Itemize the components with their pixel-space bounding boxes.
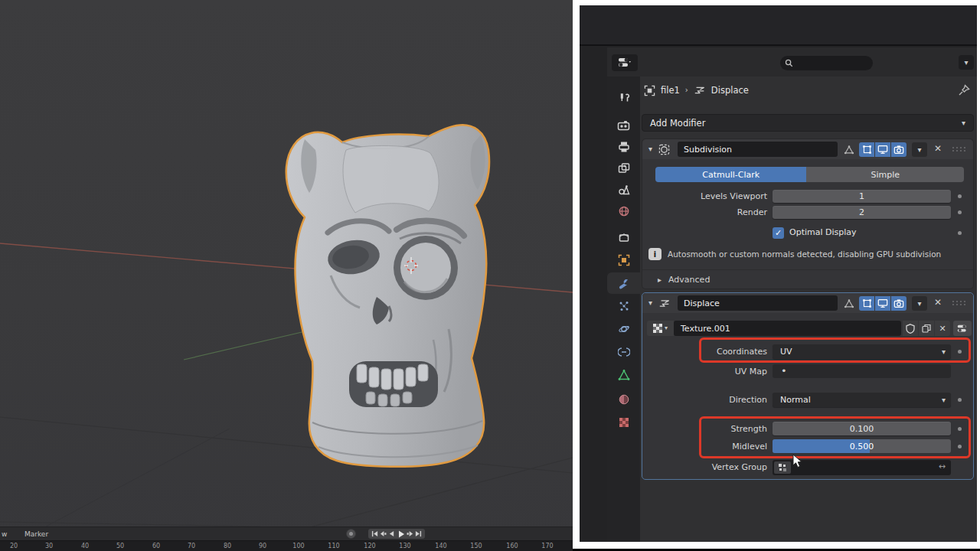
- tab-view-layer[interactable]: [607, 158, 640, 179]
- tab-world[interactable]: [607, 201, 640, 222]
- next-keyframe-button[interactable]: [407, 530, 413, 537]
- jump-to-start-button[interactable]: [371, 530, 378, 537]
- displace-modifier-icon: [658, 298, 671, 308]
- skull-model[interactable]: [286, 125, 489, 467]
- edit-mode-toggle[interactable]: [859, 296, 874, 311]
- strength-field[interactable]: 0.100: [773, 422, 951, 435]
- filter-options-button[interactable]: ▾: [959, 55, 974, 70]
- edit-mode-toggle[interactable]: [859, 142, 874, 157]
- add-modifier-dropdown[interactable]: Add Modifier ▾: [642, 114, 974, 132]
- invert-vertex-group-icon[interactable]: ↔: [939, 461, 946, 471]
- tab-material[interactable]: [607, 389, 640, 410]
- levels-viewport-label: Levels Viewport: [673, 191, 767, 201]
- tab-modifiers[interactable]: [607, 272, 640, 294]
- animate-decorator[interactable]: [958, 427, 962, 431]
- constraints-icon: [618, 346, 630, 358]
- particles-icon: [618, 300, 630, 312]
- fake-user-button[interactable]: [903, 321, 918, 336]
- tab-scene[interactable]: [607, 179, 640, 201]
- tab-constraints[interactable]: [607, 341, 640, 363]
- show-texture-in-properties-button[interactable]: [953, 321, 972, 336]
- on-cage-toggle[interactable]: [841, 296, 857, 311]
- delete-modifier-button[interactable]: ✕: [934, 143, 942, 154]
- render-toggle[interactable]: [891, 142, 906, 157]
- animate-decorator[interactable]: [958, 231, 962, 235]
- timeline-ruler[interactable]: 20 30 40 50 60 70 80 90 100 110 120 130 …: [0, 540, 573, 551]
- pin-icon[interactable]: [958, 84, 970, 96]
- modifier-extras-button[interactable]: ▾: [912, 296, 927, 311]
- realtime-toggle[interactable]: [875, 142, 890, 157]
- render-icon: [617, 119, 630, 132]
- coordinates-dropdown[interactable]: UV ▾: [773, 344, 951, 359]
- play-button[interactable]: [397, 530, 405, 538]
- advanced-subpanel[interactable]: ▸ Advanced: [658, 275, 710, 285]
- breadcrumb-modifier[interactable]: Displace: [711, 85, 749, 96]
- frame-tick: 80: [224, 543, 231, 549]
- previous-keyframe-button[interactable]: [380, 530, 387, 537]
- texture-browse-button[interactable]: ▾: [647, 321, 674, 336]
- drag-handle-icon[interactable]: [952, 300, 965, 306]
- render-levels-field[interactable]: 2: [773, 206, 951, 219]
- simple-button[interactable]: Simple: [806, 167, 964, 182]
- tab-tool[interactable]: [607, 87, 640, 109]
- tab-particles[interactable]: [607, 295, 640, 317]
- animate-decorator[interactable]: [958, 445, 962, 448]
- editor-type-button[interactable]: [612, 54, 638, 71]
- expand-panel-icon[interactable]: ▾: [648, 299, 652, 307]
- checkmark-icon: ✓: [775, 228, 782, 238]
- tab-render[interactable]: [607, 115, 640, 136]
- tab-texture[interactable]: [607, 412, 640, 433]
- levels-viewport-field[interactable]: 1: [773, 190, 951, 203]
- auto-keying-button[interactable]: [346, 529, 356, 539]
- breadcrumb-object[interactable]: file1: [661, 85, 680, 96]
- tab-collection[interactable]: [607, 227, 640, 248]
- mouse-cursor: [792, 454, 805, 469]
- delete-modifier-button[interactable]: ✕: [934, 297, 942, 308]
- frame-tick: 50: [116, 543, 124, 549]
- animate-decorator[interactable]: [958, 350, 962, 354]
- vertex-group-browse-button[interactable]: [774, 461, 791, 474]
- frame-tick: 70: [188, 543, 195, 549]
- subdivision-panel-header[interactable]: ▾ Subdivision ▾ ✕: [642, 139, 973, 159]
- realtime-toggle[interactable]: [875, 296, 890, 311]
- jump-to-end-button[interactable]: [415, 530, 422, 537]
- on-cage-toggle[interactable]: [841, 142, 857, 157]
- subdivision-modifier-icon: [658, 144, 670, 155]
- modifier-name-field[interactable]: Displace: [678, 295, 838, 311]
- tab-object-data[interactable]: [607, 364, 640, 386]
- marker-menu[interactable]: Marker: [24, 530, 48, 538]
- render-levels-value: 2: [859, 207, 864, 217]
- properties-tab-strip: [607, 77, 640, 542]
- tab-object[interactable]: [607, 249, 640, 271]
- play-reverse-button[interactable]: [388, 530, 395, 537]
- render-label: Render: [673, 207, 767, 217]
- animate-decorator[interactable]: [958, 210, 962, 214]
- animate-decorator[interactable]: [958, 194, 962, 198]
- search-input[interactable]: [780, 56, 873, 70]
- drag-handle-icon[interactable]: [952, 146, 965, 152]
- direction-dropdown[interactable]: Normal ▾: [773, 393, 951, 407]
- 3d-viewport[interactable]: w Marker 20 30 40 50 60 70 80 90 100 110…: [0, 0, 573, 551]
- direction-value: Normal: [780, 395, 811, 405]
- expand-panel-icon[interactable]: ▾: [648, 145, 652, 153]
- tab-physics[interactable]: [607, 318, 640, 340]
- view-menu[interactable]: w: [2, 530, 7, 538]
- uv-map-field[interactable]: •: [773, 364, 951, 378]
- blender-window: w Marker 20 30 40 50 60 70 80 90 100 110…: [0, 0, 980, 551]
- midlevel-slider[interactable]: 0.500: [773, 439, 951, 453]
- modifier-extras-button[interactable]: ▾: [912, 142, 927, 157]
- render-toggle[interactable]: [891, 296, 906, 311]
- uv-map-label: UV Map: [673, 367, 767, 377]
- displace-panel-header[interactable]: ▾ Displace ▾ ✕: [642, 293, 973, 313]
- texture-name-field[interactable]: Texture.001: [674, 321, 901, 336]
- optimal-display-checkbox[interactable]: ✓: [773, 227, 784, 239]
- duplicate-data-button[interactable]: [919, 321, 934, 336]
- tab-output[interactable]: [607, 136, 640, 158]
- properties-header: ▾: [607, 47, 977, 77]
- animate-decorator[interactable]: [958, 398, 962, 402]
- modifier-name-field[interactable]: Subdivision: [678, 142, 838, 157]
- unlink-texture-button[interactable]: ✕: [935, 321, 950, 336]
- catmull-clark-button[interactable]: Catmull-Clark: [655, 167, 806, 182]
- view-layer-icon: [618, 162, 630, 174]
- displace-modifier-panel: ▾ Displace ▾ ✕: [642, 292, 974, 480]
